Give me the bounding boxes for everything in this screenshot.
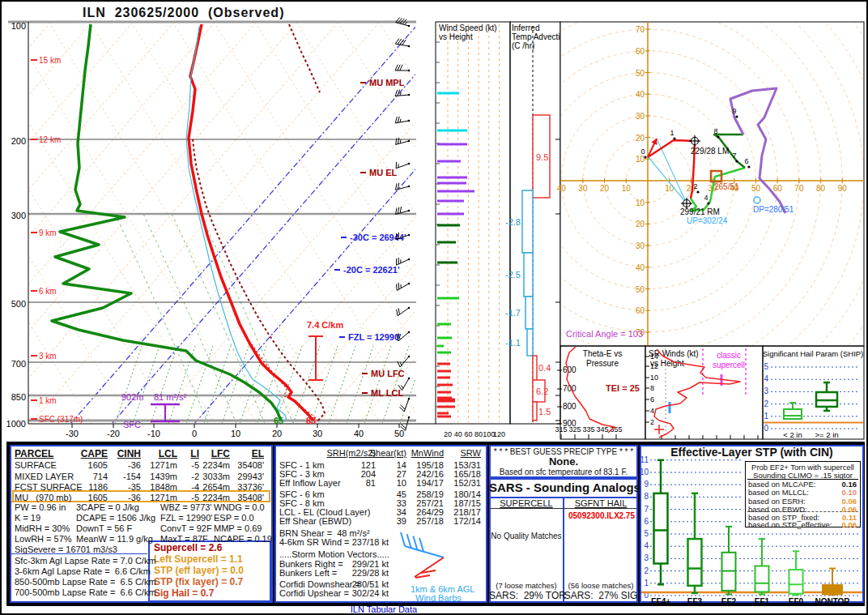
panel-layer (2, 2, 866, 613)
sars-header-underline (491, 508, 636, 509)
sars-column-divider (563, 498, 564, 601)
mu-row-highlight (12, 490, 270, 502)
supercell-metrics-box (148, 540, 271, 602)
prob-box (745, 461, 861, 527)
lapse-separator (11, 553, 147, 554)
prob-divider (747, 479, 858, 480)
sounding-page: 100200300500700850100015 km12 km9 km6 km… (0, 0, 868, 615)
precip-type-panel (489, 445, 638, 478)
tabular-data-link[interactable]: ILN Tabular Data (351, 604, 417, 614)
prob-dashed-divider (747, 511, 858, 512)
kinematics-panel (274, 445, 487, 603)
